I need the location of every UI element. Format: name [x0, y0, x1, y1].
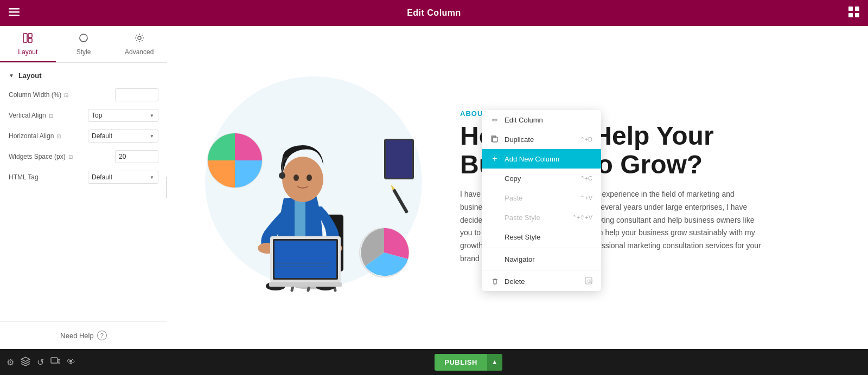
ctx-paste-style-shortcut: ⌃+⇧+V: [572, 214, 592, 221]
svg-rect-7: [23, 34, 27, 42]
ctx-copy-label: Copy: [505, 174, 521, 183]
responsive-icon[interactable]: [50, 356, 60, 368]
svg-rect-1: [9, 11, 20, 13]
canvas-area: ABOUT ME How Can I Help Your Business To…: [167, 26, 868, 349]
svg-point-11: [80, 34, 87, 42]
svg-point-31: [293, 174, 299, 181]
svg-rect-8: [28, 34, 32, 37]
html-tag-label-text: HTML Tag: [9, 173, 39, 181]
svg-rect-9: [28, 38, 32, 42]
ctx-duplicate-label: Duplicate: [505, 135, 534, 144]
horizontal-align-row: Horizontal Align ⊡ Default Left Center R…: [9, 130, 158, 143]
widgets-space-row: Widgets Space (px) ⊡: [9, 150, 158, 163]
paste-icon: [490, 193, 499, 202]
column-width-icon: ⊡: [64, 92, 68, 98]
svg-point-12: [138, 36, 141, 40]
column-width-label: Column Width (%) ⊡: [9, 91, 115, 99]
ctx-reset-style[interactable]: Reset Style: [482, 227, 601, 247]
tab-layout[interactable]: Layout: [0, 26, 56, 62]
svg-rect-2: [9, 15, 20, 16]
help-icon: ?: [97, 331, 107, 340]
delete-icon: [490, 277, 499, 286]
svg-rect-37: [386, 140, 412, 178]
horizontal-align-select-wrapper: Default Left Center Right: [88, 130, 158, 143]
horizontal-align-label-text: Horizontal Align: [9, 132, 54, 140]
sidebar-content: ▼ Layout Column Width (%) ⊡ Vertical Ali…: [0, 63, 167, 321]
ctx-copy-shortcut: ⌃+C: [580, 175, 592, 182]
widgets-space-input[interactable]: [115, 150, 158, 163]
context-menu: ✏ Edit Column Duplicate ⌃: [482, 110, 601, 291]
tab-style[interactable]: Style: [56, 26, 112, 62]
ctx-paste-style[interactable]: Paste Style ⌃+⇧+V: [482, 208, 601, 227]
layout-icon: [22, 33, 33, 46]
widgets-space-label-text: Widgets Space (px): [9, 153, 66, 160]
person-illustration: [189, 52, 438, 312]
settings-icon[interactable]: ⚙: [7, 357, 14, 367]
ctx-paste-label: Paste: [505, 194, 522, 202]
ctx-delete-shortcut: ⌫: [585, 277, 592, 286]
grid-icon[interactable]: [848, 7, 859, 20]
column-width-input[interactable]: [115, 88, 158, 101]
ctx-paste-shortcut: ⌃+V: [580, 195, 592, 202]
hamburger-icon[interactable]: [9, 7, 20, 20]
horizontal-align-icon: ⊡: [56, 133, 61, 139]
ctx-reset-style-label: Reset Style: [505, 233, 540, 241]
horizontal-align-select[interactable]: Default Left Center Right: [88, 130, 158, 143]
publish-button[interactable]: PUBLISH: [435, 354, 487, 371]
left-image-column: [189, 52, 438, 323]
canvas-inner: ABOUT ME How Can I Help Your Business To…: [167, 26, 868, 349]
html-tag-row: HTML Tag Default div header footer main …: [9, 171, 158, 184]
need-help-label: Need Help: [60, 332, 93, 340]
layout-section-header[interactable]: ▼ Layout: [9, 72, 158, 80]
widgets-space-label: Widgets Space (px) ⊡: [9, 153, 115, 160]
svg-rect-44: [58, 359, 60, 363]
duplicate-icon: [490, 135, 499, 144]
section-header-label: Layout: [18, 72, 42, 80]
tab-advanced[interactable]: Advanced: [111, 26, 167, 62]
toolbar-left: ⚙ ↺ 👁: [7, 356, 75, 368]
ctx-add-new-column-label: Add New Column: [505, 155, 559, 163]
ctx-navigator-label: Navigator: [505, 255, 535, 263]
paste-style-icon: [490, 213, 499, 222]
vertical-align-icon: ⊡: [49, 113, 53, 119]
widgets-space-icon: ⊡: [68, 154, 73, 160]
tab-advanced-label: Advanced: [125, 48, 154, 56]
collapse-handle[interactable]: ‹: [166, 177, 167, 198]
page-title: Edit Column: [407, 8, 461, 18]
ctx-paste[interactable]: Paste ⌃+V: [482, 188, 601, 208]
ctx-edit-column[interactable]: ✏ Edit Column: [482, 110, 601, 130]
column-width-label-text: Column Width (%): [9, 91, 61, 99]
need-help-section[interactable]: Need Help ?: [0, 321, 167, 349]
html-tag-select-wrapper: Default div header footer main section a…: [88, 171, 158, 184]
tab-style-label: Style: [76, 48, 91, 56]
vertical-align-label: Vertical Align ⊡: [9, 112, 88, 119]
vertical-align-row: Vertical Align ⊡ Top Middle Bottom: [9, 109, 158, 122]
horizontal-align-label: Horizontal Align ⊡: [9, 132, 88, 140]
ctx-divider-1: [482, 248, 601, 248]
svg-text:⌫: ⌫: [586, 279, 592, 284]
style-icon: [78, 33, 89, 46]
layers-icon[interactable]: [21, 356, 30, 368]
svg-rect-0: [9, 8, 20, 10]
preview-icon[interactable]: 👁: [67, 357, 75, 367]
svg-point-30: [282, 157, 323, 202]
html-tag-select[interactable]: Default div header footer main section a…: [88, 171, 158, 184]
ctx-delete[interactable]: Delete ⌫: [482, 271, 601, 291]
ctx-delete-label: Delete: [505, 277, 525, 286]
sidebar: Layout Style Advanced: [0, 26, 167, 349]
svg-rect-26: [275, 241, 336, 278]
svg-rect-3: [848, 7, 853, 11]
history-icon[interactable]: ↺: [37, 357, 44, 367]
ctx-copy[interactable]: Copy ⌃+C: [482, 169, 601, 188]
ctx-edit-column-label: Edit Column: [505, 116, 543, 124]
ctx-paste-style-label: Paste Style: [505, 214, 540, 222]
svg-rect-40: [493, 137, 497, 142]
ctx-add-new-column[interactable]: + Add New Column: [482, 149, 601, 169]
vertical-align-select[interactable]: Top Middle Bottom: [88, 109, 158, 122]
add-column-icon: +: [490, 154, 499, 163]
ctx-duplicate[interactable]: Duplicate ⌃+D: [482, 130, 601, 149]
copy-icon: [490, 174, 499, 183]
edit-column-icon: ✏: [490, 115, 499, 124]
publish-dropdown-button[interactable]: ▲: [487, 354, 502, 371]
ctx-navigator[interactable]: Navigator: [482, 249, 601, 269]
